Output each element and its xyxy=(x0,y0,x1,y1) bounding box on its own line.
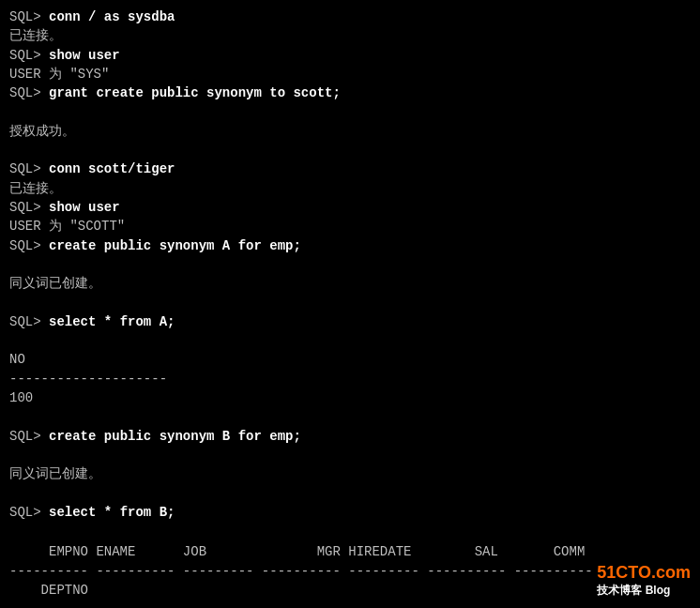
line-23: SQL> create public synonym B for emp; xyxy=(9,427,691,446)
line-3: SQL> show user xyxy=(9,46,691,65)
table-b-divider2: ---------- xyxy=(9,600,691,608)
line-9: SQL> conn scott/tiger xyxy=(9,160,691,178)
line-8 xyxy=(9,141,691,160)
prompt-1: SQL> xyxy=(9,9,49,24)
line-5: SQL> grant create public synonym to scot… xyxy=(9,84,691,102)
line-15: 同义词已创建。 xyxy=(9,274,691,293)
line-2: 已连接。 xyxy=(9,26,691,45)
line-27: SQL> select * from B; xyxy=(9,503,691,522)
line-1: SQL> conn / as sysdba xyxy=(9,8,691,26)
line-4: USER 为 "SYS" xyxy=(9,65,691,84)
table-a-row1: 100 xyxy=(9,388,691,407)
terminal-window: SQL> conn / as sysdba 已连接。 SQL> show use… xyxy=(0,0,700,608)
cmd-1: conn / as sysdba xyxy=(49,9,175,24)
table-b: EMPNO ENAME JOB MGR HIREDATE SAL COMM --… xyxy=(9,542,691,608)
line-16 xyxy=(9,293,691,312)
table-b-divider1: ---------- ---------- --------- --------… xyxy=(9,562,691,581)
watermark: 51CTO.com 技术博客 Blog xyxy=(597,562,691,599)
line-10: 已连接。 xyxy=(9,179,691,198)
table-a-header: NO xyxy=(9,350,691,369)
line-18 xyxy=(9,331,691,350)
line-17: SQL> select * from A; xyxy=(9,312,691,331)
line-blank-a xyxy=(9,407,691,426)
line-14 xyxy=(9,255,691,274)
line-blank-c xyxy=(9,483,691,502)
watermark-line2: 技术博客 Blog xyxy=(597,584,691,599)
line-6 xyxy=(9,102,691,121)
table-b-col-header: EMPNO ENAME JOB MGR HIREDATE SAL COMM xyxy=(9,542,691,561)
line-blank-b xyxy=(9,446,691,464)
table-b-sub-header: DEPTNO xyxy=(9,581,691,600)
line-7: 授权成功。 xyxy=(9,122,691,141)
watermark-line1: 51CTO.com xyxy=(597,562,691,584)
table-a-divider: -------------------- xyxy=(9,370,691,388)
line-11: SQL> show user xyxy=(9,198,691,217)
line-blank-d xyxy=(9,522,691,540)
line-12: USER 为 "SCOTT" xyxy=(9,217,691,236)
line-25: 同义词已创建。 xyxy=(9,464,691,483)
line-13: SQL> create public synonym A for emp; xyxy=(9,236,691,255)
